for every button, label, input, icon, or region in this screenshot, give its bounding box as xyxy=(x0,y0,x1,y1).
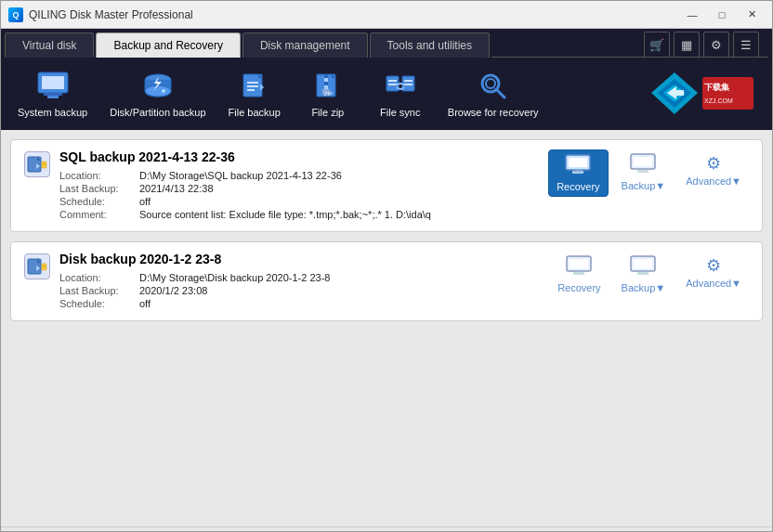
disk-backup-card-icon xyxy=(24,253,50,279)
svg-text:XZJ.COM: XZJ.COM xyxy=(704,97,733,104)
sql-backup-info: SQL backup 2021-4-13 22-36 Location: D:\… xyxy=(59,149,539,222)
toolbar-file-backup[interactable]: File backup xyxy=(221,65,288,123)
svg-rect-24 xyxy=(388,84,397,85)
sql-backup-location: D:\My Storage\SQL backup 2021-4-13 22-36 xyxy=(139,170,342,181)
file-zip-icon: ZIP xyxy=(309,69,347,102)
advanced-icon: ⚙ xyxy=(706,153,721,174)
sql-backup-button[interactable]: Backup▼ xyxy=(614,149,674,195)
browse-recovery-icon xyxy=(475,69,512,102)
comment-label: Comment: xyxy=(59,209,134,220)
disk-backup-button[interactable]: Backup▼ xyxy=(614,252,674,297)
minimize-button[interactable]: — xyxy=(679,6,705,24)
toolbar-file-zip[interactable]: ZIP File zip xyxy=(295,65,360,123)
toolbar-browse-for-recovery[interactable]: Browse for recovery xyxy=(440,65,546,123)
tab-backup-recovery[interactable]: Backup and Recovery xyxy=(96,32,240,58)
toolbar-system-backup[interactable]: System backup xyxy=(10,65,95,123)
svg-rect-19 xyxy=(324,85,328,89)
app-title: QILING Disk Master Professional xyxy=(29,8,679,21)
sql-backup-card-icon xyxy=(24,151,50,177)
disk-backup-location: D:\My Storage\Disk backup 2020-1-2 23-8 xyxy=(139,272,330,283)
sql-backup-lastbackup-row: Last Backup: 2021/4/13 22:38 xyxy=(59,183,539,194)
disk-schedule-label: Schedule: xyxy=(59,298,134,309)
svg-rect-23 xyxy=(388,80,397,82)
sql-backup-comment: Source content list: Exclude file type: … xyxy=(139,209,431,220)
sql-backup-lastbackup: 2021/4/13 22:38 xyxy=(139,183,214,194)
schedule-label: Schedule: xyxy=(59,196,134,207)
svg-rect-10 xyxy=(247,82,258,84)
file-sync-icon xyxy=(382,69,419,102)
svg-rect-1 xyxy=(42,76,64,89)
disk-backup-location-row: Location: D:\My Storage\Disk backup 2020… xyxy=(59,272,541,283)
svg-rect-18 xyxy=(324,82,328,85)
disk-backup-actions: Recovery Backup▼ ⚙ Advanced▼ xyxy=(550,252,749,297)
location-label: Location: xyxy=(59,170,134,181)
svg-rect-44 xyxy=(569,158,587,167)
svg-rect-48 xyxy=(634,157,652,166)
disk-backup-lastbackup: 2020/1/2 23:08 xyxy=(139,285,207,296)
svg-rect-16 xyxy=(324,74,328,78)
tab-tools-utilities[interactable]: Tools and utilities xyxy=(370,32,490,58)
disk-recovery-button[interactable]: Recovery xyxy=(550,252,608,297)
svg-rect-26 xyxy=(404,80,413,82)
cart-icon-button[interactable]: 🛒 xyxy=(644,32,670,58)
sql-backup-actions: Recovery Backup▼ ⚙ Advanced▼ xyxy=(548,149,749,197)
svg-text:ZIP: ZIP xyxy=(324,91,333,97)
svg-point-5 xyxy=(145,85,171,97)
svg-rect-60 xyxy=(637,272,649,275)
svg-rect-59 xyxy=(634,259,652,268)
svg-point-29 xyxy=(486,79,495,88)
grid-icon-button[interactable]: ▦ xyxy=(674,32,700,58)
sql-backup-comment-row: Comment: Source content list: Exclude fi… xyxy=(59,209,539,220)
maximize-button[interactable]: □ xyxy=(709,6,735,24)
disk-recovery-label: Recovery xyxy=(557,282,600,293)
disk-advanced-button[interactable]: ⚙ Advanced▼ xyxy=(678,252,749,292)
main-content: SQL backup 2021-4-13 22-36 Location: D:\… xyxy=(1,130,772,526)
sql-advanced-label: Advanced▼ xyxy=(686,175,741,187)
toolbar-disk-partition-backup[interactable]: Disk/Partition backup xyxy=(102,65,213,123)
svg-rect-57 xyxy=(573,272,584,275)
sql-backup-action-label: Backup▼ xyxy=(622,180,666,191)
tab-disk-management[interactable]: Disk management xyxy=(242,32,368,58)
svg-rect-56 xyxy=(570,259,588,268)
svg-rect-49 xyxy=(637,170,649,173)
svg-rect-3 xyxy=(47,96,59,98)
recovery-icon xyxy=(565,154,591,179)
settings-icon-button[interactable]: ⚙ xyxy=(703,32,729,58)
tab-virtual-disk[interactable]: Virtual disk xyxy=(5,32,94,58)
disk-backup-action-icon xyxy=(630,255,656,280)
nav-tabs: Virtual disk Backup and Recovery Disk ma… xyxy=(1,29,772,58)
svg-rect-17 xyxy=(324,78,328,82)
sql-backup-schedule: off xyxy=(139,196,151,207)
browse-recovery-label: Browse for recovery xyxy=(448,106,539,119)
sql-recovery-button[interactable]: Recovery xyxy=(548,149,608,197)
file-backup-icon xyxy=(236,69,273,102)
sql-backup-location-row: Location: D:\My Storage\SQL backup 2021-… xyxy=(59,170,539,181)
disk-location-label: Location: xyxy=(59,272,134,283)
status-bar: All: 2 xyxy=(1,526,772,532)
file-sync-label: File sync xyxy=(380,106,420,119)
app-icon: Q xyxy=(8,7,23,22)
disk-backup-schedule: off xyxy=(139,298,151,309)
disk-backup-schedule-row: Schedule: off xyxy=(59,298,541,309)
sql-advanced-button[interactable]: ⚙ Advanced▼ xyxy=(678,149,749,190)
system-backup-icon xyxy=(34,69,72,102)
top-right-buttons: 🛒 ▦ ⚙ ☰ xyxy=(644,32,759,57)
svg-rect-46 xyxy=(574,170,582,172)
disk-advanced-label: Advanced▼ xyxy=(686,278,741,289)
menu-icon-button[interactable]: ☰ xyxy=(733,32,759,58)
svg-line-30 xyxy=(496,89,504,97)
watermark-logo: 下载集 XZJ.COM xyxy=(642,65,763,121)
sql-backup-card: SQL backup 2021-4-13 22-36 Location: D:\… xyxy=(10,139,763,232)
backup-icon xyxy=(630,153,656,178)
svg-rect-27 xyxy=(404,84,413,85)
toolbar-file-sync[interactable]: File sync xyxy=(368,65,433,123)
close-button[interactable]: ✕ xyxy=(739,6,765,24)
disk-partition-label: Disk/Partition backup xyxy=(110,106,205,119)
disk-backup-action-label: Backup▼ xyxy=(622,282,666,293)
disk-lastbackup-label: Last Backup: xyxy=(59,285,134,296)
svg-rect-11 xyxy=(247,85,258,87)
system-backup-label: System backup xyxy=(18,106,87,119)
file-backup-label: File backup xyxy=(229,106,281,119)
sql-backup-title: SQL backup 2021-4-13 22-36 xyxy=(59,149,539,164)
lastbackup-label: Last Backup: xyxy=(59,183,134,194)
